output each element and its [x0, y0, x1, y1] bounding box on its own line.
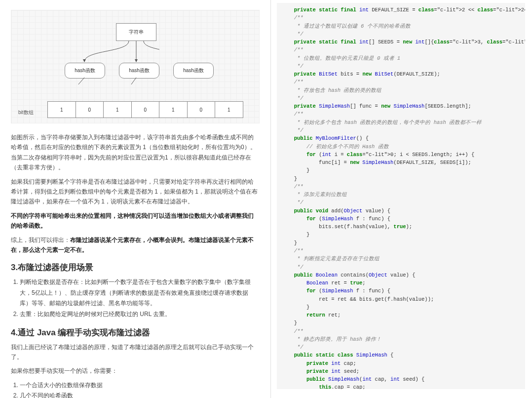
diagram-hash-box-2: hash函数 [119, 63, 159, 79]
list-item: 一个合适大小的位数组保存数据 [20, 380, 260, 391]
bit-cell: 1 [103, 101, 132, 118]
section-4-list: 一个合适大小的位数组保存数据 几个不同的哈希函数 添加元素到位数组（布隆过滤器）… [11, 380, 260, 398]
page-root: 字符串 hash函数 hash函数 hash函数 bit数组 1 0 1 0 1… [0, 0, 532, 398]
bit-cell: 0 [76, 101, 104, 118]
section-3-heading: 3.布隆过滤器使用场景 [11, 262, 260, 273]
bit-cell: 0 [187, 101, 216, 118]
bit-cell: 1 [215, 101, 243, 118]
diagram-root-box: 字符串 [116, 23, 156, 41]
paragraph-4: 综上，我们可以得出：布隆过滤器说某个元素存在，小概率会误判。布隆过滤器说某个元素… [11, 235, 260, 255]
diagram-bit-row: 1 0 1 0 1 0 1 [48, 101, 243, 118]
paragraph-1: 如图所示，当字符串存储要加入到布隆过滤器中时，该字符串首先由多个哈希函数生成不同… [11, 132, 260, 173]
bloom-diagram: 字符串 hash函数 hash函数 hash函数 bit数组 1 0 1 0 1… [11, 10, 260, 123]
paragraph-5: 我们上面已经说了布隆过滤器的原理，知道了布隆过滤器的原理之后就可以自己手动实现一… [11, 342, 260, 362]
left-column: 字符串 hash函数 hash函数 hash函数 bit数组 1 0 1 0 1… [0, 0, 271, 398]
diagram-side-label: bit数组 [18, 109, 34, 116]
list-item: 判断给定数据是否存在：比如判断一个数字是否在于包含大量数字的数字集中（数字集很大… [20, 277, 260, 309]
paragraph-3: 不同的字符串可能哈希出来的位置相同，这种情况我们可以适当增加位数组大小或者调整我… [11, 211, 260, 231]
bit-cell: 1 [47, 101, 76, 118]
right-code-block: private static final int DEFAULT_SIZE = … [277, 3, 526, 389]
right-column: private static final int DEFAULT_SIZE = … [271, 0, 532, 398]
list-item: 去重：比如爬给定网址的时候对已经爬取过的 URL 去重。 [20, 309, 260, 320]
list-item: 几个不同的哈希函数 [20, 391, 260, 398]
section-3-list: 判断给定数据是否存在：比如判断一个数字是否在于包含大量数字的数字集中（数字集很大… [11, 277, 260, 319]
section-4-heading: 4.通过 Java 编程手动实现布隆过滤器 [11, 327, 260, 338]
diagram-hash-box-3: hash函数 [173, 63, 214, 79]
bit-cell: 0 [131, 101, 160, 118]
paragraph-2: 如果我们需要判断某个字符串是否在布隆过滤器中时，只需要对给定字符串再次进行相同的… [11, 177, 260, 207]
bit-cell: 1 [159, 101, 188, 118]
diagram-hash-box-1: hash函数 [65, 63, 105, 79]
paragraph-6: 如果你想要手动实现一个的话，你需要： [11, 366, 260, 376]
